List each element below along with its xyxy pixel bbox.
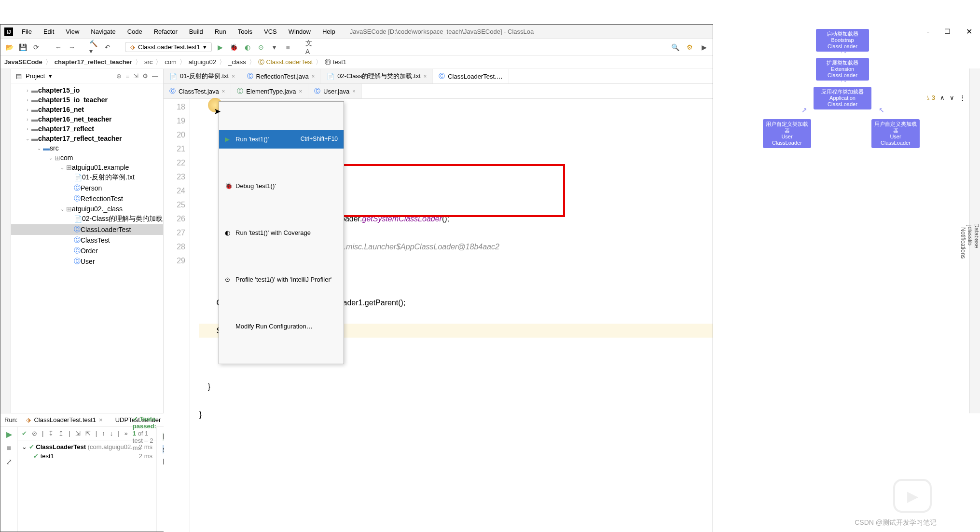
export-icon[interactable]: » bbox=[124, 430, 128, 437]
down-icon[interactable]: ↓ bbox=[110, 430, 113, 437]
tab[interactable]: ⒸClassTest.java× bbox=[164, 84, 231, 98]
bc-module[interactable]: chapter17_reflect_teacher bbox=[55, 58, 132, 66]
tree-item[interactable]: ClassTest bbox=[81, 236, 110, 244]
up-icon[interactable]: ∧ bbox=[940, 94, 945, 101]
fail-icon[interactable]: ⊘ bbox=[32, 430, 37, 437]
expand-icon[interactable]: ⇲ bbox=[75, 430, 81, 437]
code-content[interactable]: (){ assLoader1 = ClassLoader.getSystemCl… bbox=[190, 99, 713, 532]
maximize-button[interactable]: ☐ bbox=[937, 24, 958, 39]
tree-item[interactable]: chapter15_io bbox=[38, 86, 80, 94]
stop-icon[interactable]: ■ bbox=[283, 42, 293, 52]
run-tab-active[interactable]: ⬗ClassLoaderTest.test1× bbox=[22, 415, 106, 424]
tree-item[interactable]: Person bbox=[81, 184, 102, 192]
notifications-tab[interactable]: Notifications bbox=[960, 72, 966, 413]
bc-method[interactable]: ⓜ test1 bbox=[325, 58, 346, 67]
tree-item[interactable]: chapter16_net bbox=[38, 106, 84, 113]
tree-item[interactable]: com bbox=[60, 154, 73, 162]
run-config-selector[interactable]: ⬗ ClassLoaderTest.test1 ▾ bbox=[125, 42, 212, 52]
tree-item[interactable]: chapter17_reflect_teacher bbox=[38, 135, 122, 142]
tree-item[interactable]: atguigu02._class bbox=[72, 205, 123, 213]
tree-item[interactable]: 01-反射的举例.txt bbox=[82, 173, 135, 182]
code-editor[interactable]: 18192021 22232425 26272829 (){ assLoader… bbox=[164, 99, 713, 532]
run-icon[interactable]: ▶ bbox=[216, 42, 225, 52]
tab[interactable]: ⒸUser.java× bbox=[308, 84, 362, 98]
menu-code[interactable]: Code bbox=[123, 26, 147, 37]
tree-item[interactable]: chapter17_reflect bbox=[38, 125, 94, 133]
close-button[interactable]: ✕ bbox=[958, 24, 980, 39]
sort-icon[interactable]: ↧ bbox=[48, 430, 54, 437]
sync-icon[interactable]: ⟳ bbox=[31, 42, 41, 52]
pin-icon[interactable]: ⤢ bbox=[6, 457, 12, 466]
debug-icon[interactable]: 🐞 bbox=[229, 42, 239, 52]
left-tool-stripe[interactable] bbox=[0, 69, 11, 413]
undo-icon[interactable]: ↶ bbox=[103, 42, 112, 52]
forward-icon[interactable]: → bbox=[67, 42, 77, 52]
search-icon[interactable]: 🔍 bbox=[670, 42, 680, 52]
filter-icon[interactable]: ≡ bbox=[125, 72, 129, 80]
more-run-icon[interactable]: ▾ bbox=[270, 42, 279, 52]
menu-view[interactable]: View bbox=[61, 26, 84, 37]
menu-file[interactable]: File bbox=[17, 26, 37, 37]
collapse-icon[interactable]: ⇲ bbox=[133, 72, 138, 80]
close-icon[interactable]: × bbox=[299, 88, 302, 94]
down-icon[interactable]: ∨ bbox=[950, 94, 954, 101]
open-icon[interactable]: 📂 bbox=[4, 42, 14, 52]
profile-icon[interactable]: ⊙ bbox=[256, 42, 266, 52]
coverage-icon[interactable]: ◐ bbox=[243, 42, 252, 52]
menu-run[interactable]: Run bbox=[210, 26, 231, 37]
tree-item[interactable]: src bbox=[50, 144, 59, 152]
close-icon[interactable]: × bbox=[232, 73, 235, 79]
stop-icon[interactable]: ■ bbox=[7, 444, 12, 452]
rerun-icon[interactable]: ▶ bbox=[6, 430, 12, 439]
menu-help[interactable]: Help bbox=[317, 26, 340, 37]
target-icon[interactable]: ⊕ bbox=[116, 72, 122, 80]
menu-coverage[interactable]: ◐Run 'test1()' with Coverage bbox=[219, 223, 344, 242]
tab-active[interactable]: ⒸClassLoaderTest.… bbox=[433, 69, 509, 83]
tree-item[interactable]: 02-Class的理解与类的加载.t… bbox=[82, 215, 163, 223]
jclasslib-tab[interactable]: jclasslib bbox=[966, 72, 973, 399]
check-icon[interactable]: ✔ bbox=[22, 430, 27, 437]
menu-tools[interactable]: Tools bbox=[233, 26, 257, 37]
project-tree[interactable]: ›▬ chapter15_io ›▬ chapter15_io_teacher … bbox=[11, 83, 163, 413]
tree-item[interactable]: ReflectionTest bbox=[81, 195, 123, 203]
menu-profile[interactable]: ⊙Profile 'test1()' with 'IntelliJ Profil… bbox=[219, 270, 344, 289]
menu-build[interactable]: Build bbox=[184, 26, 208, 37]
translate-icon[interactable]: 文A bbox=[305, 42, 315, 52]
bc-sub[interactable]: _class bbox=[228, 58, 246, 66]
menu-refactor[interactable]: Refactor bbox=[149, 26, 182, 37]
hide-icon[interactable]: — bbox=[152, 72, 158, 80]
right-tool-stripe[interactable]: Database jclasslib Notifications bbox=[969, 68, 980, 413]
save-icon[interactable]: 💾 bbox=[18, 42, 28, 52]
menu-vcs[interactable]: VCS bbox=[259, 26, 282, 37]
hammer-icon[interactable]: 🔨▾ bbox=[89, 42, 99, 52]
tree-item[interactable]: atguigu01.example bbox=[72, 164, 129, 171]
tab[interactable]: 📄01-反射的举例.txt× bbox=[164, 69, 241, 83]
gear-icon[interactable]: ⚙ bbox=[142, 72, 148, 80]
menu-debug-test[interactable]: 🐞Debug 'test1()' bbox=[219, 177, 344, 195]
menu-window[interactable]: Window bbox=[284, 26, 316, 37]
close-icon[interactable]: × bbox=[222, 88, 225, 94]
close-icon[interactable]: × bbox=[312, 73, 315, 79]
sort-rev-icon[interactable]: ↥ bbox=[58, 430, 64, 437]
tree-item[interactable]: User bbox=[81, 258, 95, 265]
close-icon[interactable]: × bbox=[352, 88, 355, 94]
tree-item-selected[interactable]: ClassLoaderTest bbox=[81, 226, 131, 233]
menu-run-test[interactable]: ▶Run 'test1()'Ctrl+Shift+F10 bbox=[219, 130, 344, 149]
close-icon[interactable]: × bbox=[99, 416, 103, 423]
menu-modify-config[interactable]: Modify Run Configuration… bbox=[219, 317, 344, 336]
project-label[interactable]: Project bbox=[26, 72, 45, 80]
database-tab[interactable]: Database bbox=[973, 72, 980, 399]
bc-com[interactable]: com bbox=[165, 58, 177, 66]
tab[interactable]: ⒺElementType.java× bbox=[231, 84, 308, 98]
chevron-down-icon[interactable]: ▾ bbox=[49, 72, 52, 80]
close-icon[interactable]: × bbox=[424, 73, 427, 79]
avatar-icon[interactable]: ▶ bbox=[699, 42, 709, 52]
menu-navigate[interactable]: Navigate bbox=[86, 26, 120, 37]
tree-item[interactable]: chapter16_net_teacher bbox=[38, 115, 112, 123]
back-icon[interactable]: ← bbox=[54, 42, 63, 52]
tree-item[interactable]: Order bbox=[81, 247, 98, 255]
bc-src[interactable]: src bbox=[144, 58, 152, 66]
tree-item[interactable]: chapter15_io_teacher bbox=[38, 96, 108, 104]
tab[interactable]: 📄02-Class的理解与类的加载.txt× bbox=[321, 69, 433, 83]
menu-edit[interactable]: Edit bbox=[39, 26, 59, 37]
